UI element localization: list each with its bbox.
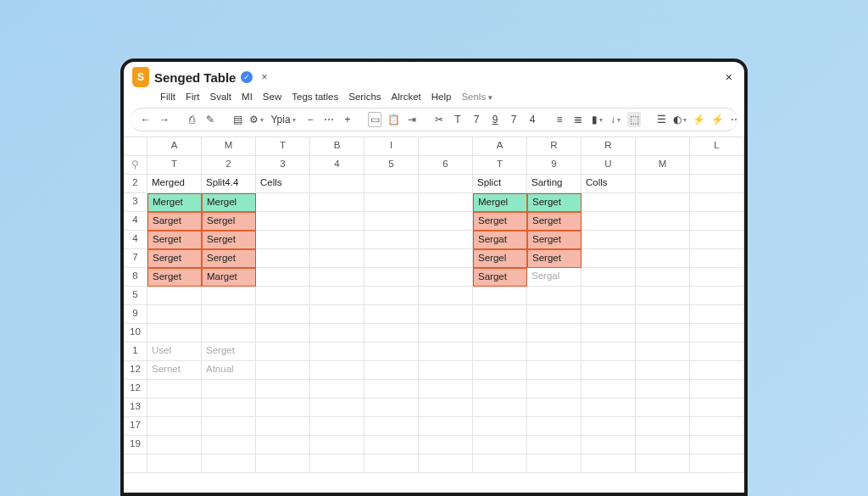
cell[interactable] (527, 305, 581, 324)
cell[interactable]: Usel (147, 343, 202, 361)
search-icon[interactable]: ⚲ (124, 156, 147, 175)
row-2[interactable]: 2 (124, 175, 147, 193)
select-all-corner[interactable] (124, 137, 147, 156)
cell[interactable] (473, 324, 527, 343)
cell[interactable]: Sergel (202, 212, 256, 231)
cell[interactable] (690, 417, 744, 436)
cell[interactable] (690, 268, 744, 287)
col-A[interactable]: A (147, 137, 202, 156)
cell[interactable] (527, 361, 581, 380)
cell[interactable]: Sergal (527, 268, 581, 287)
cell[interactable] (581, 268, 636, 287)
zoom-out-icon[interactable]: − (303, 112, 317, 127)
cell[interactable] (581, 361, 636, 380)
row-17[interactable]: 17 (124, 417, 147, 436)
cell[interactable] (147, 324, 202, 343)
sub-J[interactable]: M (636, 156, 690, 175)
cell[interactable] (690, 361, 744, 380)
overflow-icon[interactable]: ⋯ (729, 112, 737, 127)
sub-F[interactable]: 6 (419, 156, 473, 175)
fill-color-icon[interactable]: ▮ (590, 112, 604, 127)
fx2-icon[interactable]: ⚡ (710, 112, 724, 127)
cell[interactable] (690, 305, 744, 324)
cell[interactable] (256, 361, 310, 380)
shape-icon[interactable]: ⬚ (627, 112, 641, 127)
cell[interactable] (310, 175, 364, 193)
cell[interactable] (473, 343, 527, 361)
cell[interactable] (473, 436, 527, 454)
cell[interactable] (527, 398, 581, 417)
align-icon[interactable]: ▤ (231, 112, 244, 127)
cell[interactable] (527, 454, 581, 473)
cell[interactable] (636, 361, 690, 380)
row-19[interactable]: 19 (124, 436, 147, 454)
cell[interactable] (147, 436, 202, 454)
cell[interactable]: Serget (202, 343, 256, 361)
cell[interactable] (690, 287, 744, 305)
cell[interactable] (636, 193, 690, 212)
cell[interactable] (581, 249, 636, 268)
align-justify-icon[interactable]: ≣ (571, 112, 585, 127)
cell[interactable] (364, 175, 419, 193)
cell[interactable]: Serget (147, 268, 202, 287)
cell[interactable]: Serget (527, 212, 581, 231)
cell[interactable] (147, 454, 202, 473)
cell[interactable]: Serget (202, 249, 256, 268)
cell[interactable] (581, 324, 636, 343)
cell[interactable] (256, 324, 310, 343)
cell[interactable] (636, 249, 690, 268)
cell[interactable] (419, 212, 473, 231)
sub-G[interactable]: T (473, 156, 527, 175)
window-close-icon[interactable]: × (722, 70, 736, 84)
cell[interactable]: Cells (256, 175, 310, 193)
cut-icon[interactable]: ✂ (432, 112, 446, 127)
cell[interactable] (256, 193, 310, 212)
cell[interactable] (419, 361, 473, 380)
cell[interactable] (581, 287, 636, 305)
cell[interactable] (636, 231, 690, 249)
num-4[interactable]: 4 (526, 112, 539, 127)
cell[interactable] (202, 305, 256, 324)
cell[interactable]: Sarget (147, 212, 202, 231)
row-blank[interactable] (124, 454, 147, 473)
cell[interactable] (636, 398, 690, 417)
cell[interactable] (419, 343, 473, 361)
cell[interactable] (473, 417, 527, 436)
cell[interactable] (364, 212, 419, 231)
col-B[interactable]: M (202, 137, 256, 156)
cell[interactable] (636, 324, 690, 343)
cell[interactable]: Sarget (473, 268, 527, 287)
sub-C[interactable]: 3 (256, 156, 310, 175)
cell[interactable]: Merget (147, 193, 202, 212)
cell[interactable] (256, 454, 310, 473)
cell[interactable]: Serget (527, 231, 581, 249)
cell[interactable] (256, 231, 310, 249)
menu-alrcket[interactable]: Alrcket (389, 91, 424, 103)
col-I[interactable]: R (581, 137, 636, 156)
cell[interactable]: Sergat (473, 231, 527, 249)
cell[interactable] (256, 287, 310, 305)
list-icon[interactable]: ☰ (654, 112, 668, 127)
menu-tegs[interactable]: Tegs tatles (289, 91, 341, 103)
cell[interactable] (256, 212, 310, 231)
cell[interactable] (473, 454, 527, 473)
cell[interactable] (581, 380, 636, 398)
paint-icon[interactable]: ✎ (203, 112, 217, 127)
cell[interactable] (690, 343, 744, 361)
cell[interactable] (310, 249, 364, 268)
cell[interactable] (690, 193, 744, 212)
col-G[interactable]: A (473, 137, 527, 156)
cell[interactable] (636, 343, 690, 361)
sub-A[interactable]: T (147, 156, 202, 175)
cell[interactable] (690, 398, 744, 417)
cell[interactable]: Serget (527, 249, 581, 268)
cell[interactable] (527, 417, 581, 436)
col-J[interactable] (636, 137, 690, 156)
sub-D[interactable]: 4 (310, 156, 364, 175)
cell[interactable] (419, 454, 473, 473)
cell[interactable]: Splict (473, 175, 527, 193)
cell[interactable] (690, 324, 744, 343)
cell[interactable] (310, 343, 364, 361)
col-E[interactable]: I (364, 137, 419, 156)
cell[interactable] (310, 193, 364, 212)
